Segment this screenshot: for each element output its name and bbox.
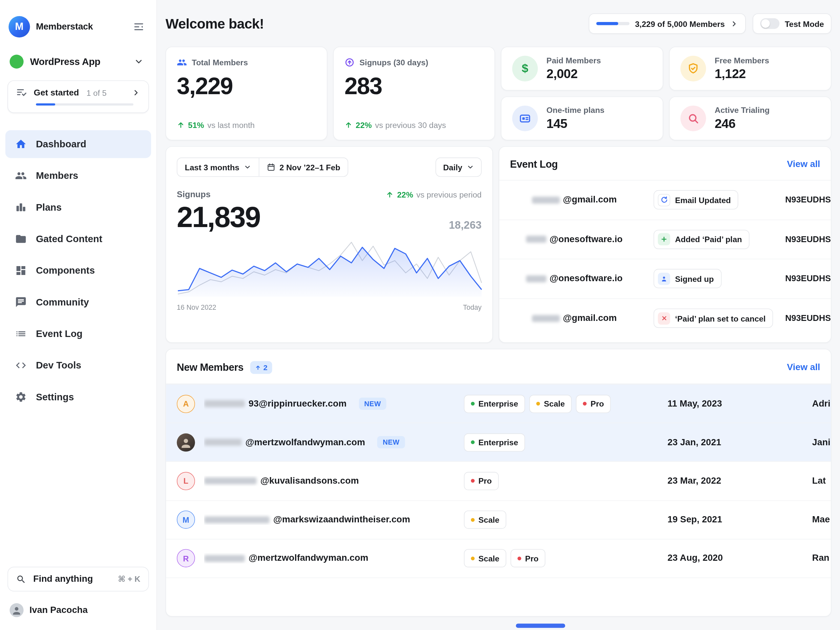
- new-members-count: 2: [263, 363, 267, 372]
- member-date: 19 Sep, 2021: [668, 514, 812, 525]
- sidebar-item-event-log[interactable]: Event Log: [5, 320, 151, 348]
- event-member-id: N93EUDHS: [785, 195, 831, 205]
- event-log-row[interactable]: @onesoftware.io Added ‘Paid’ plan N93EUD…: [499, 220, 831, 259]
- user-name: Ivan Pacocha: [30, 605, 88, 616]
- paid-members-card[interactable]: $ Paid Members 2,002: [501, 47, 663, 90]
- stat-label: Free Members: [715, 56, 769, 65]
- stat-label: Signups (30 days): [360, 58, 428, 67]
- event-badge: Email Updated: [654, 190, 738, 210]
- member-date: 11 May, 2023: [668, 398, 812, 409]
- range-preset-button[interactable]: Last 3 months: [177, 158, 259, 177]
- home-icon: [15, 138, 27, 150]
- event-log-view-all-link[interactable]: View all: [787, 159, 820, 170]
- member-row[interactable]: R @mertzwolfandwyman.com Scale Pro 23 Au…: [166, 539, 831, 578]
- member-date: 23 Jan, 2021: [668, 437, 812, 448]
- member-row[interactable]: M @markswizaandwintheiser.com Scale 19 S…: [166, 500, 831, 539]
- member-email: @mertzwolfandwyman.com: [249, 553, 368, 564]
- get-started-progress-fill: [36, 103, 55, 106]
- event-log-row[interactable]: @onesoftware.io Signed up N93EUDHS: [499, 259, 831, 298]
- search-icon: [16, 574, 26, 584]
- stat-value: 283: [344, 73, 484, 100]
- plan-tag: Enterprise: [464, 433, 525, 452]
- date-range-label: 2 Nov ’22–1 Feb: [279, 163, 340, 172]
- member-plans: Scale Pro: [464, 549, 668, 568]
- event-email: @gmail.com: [563, 313, 617, 324]
- member-row[interactable]: @mertzwolfandwyman.com NEW Enterprise 23…: [166, 423, 831, 461]
- range-preset-label: Last 3 months: [185, 163, 239, 172]
- x-icon: [658, 312, 670, 325]
- member-date: 23 Aug, 2020: [668, 553, 812, 564]
- sidebar-item-community[interactable]: Community: [5, 288, 151, 316]
- quota-label: 3,229 of 5,000 Members: [635, 19, 725, 28]
- redacted-email-prefix: [532, 197, 560, 204]
- signups-chart: [177, 237, 482, 299]
- member-plans: Enterprise Scale Pro: [464, 395, 668, 413]
- brand-row: M Memberstack: [0, 0, 156, 45]
- redacted-email-prefix: [204, 516, 269, 523]
- global-search-button[interactable]: Find anything ⌘ + K: [8, 567, 149, 591]
- stat-delta: 22%: [356, 120, 372, 129]
- one-time-plans-card[interactable]: One-time plans 145: [501, 96, 663, 141]
- granularity-label: Daily: [443, 163, 462, 172]
- sidebar-item-label: Settings: [36, 392, 74, 403]
- redacted-email-prefix: [204, 400, 245, 407]
- sidebar-item-label: Components: [36, 265, 95, 276]
- sidebar-item-plans[interactable]: Plans: [5, 193, 151, 221]
- redacted-email-prefix: [526, 236, 546, 243]
- get-started-card[interactable]: Get started 1 of 5: [8, 81, 149, 113]
- metric-label: Signups: [177, 189, 211, 199]
- signups-30-card[interactable]: Signups (30 days) 283 22% vs previous 30…: [333, 47, 495, 141]
- event-log-row[interactable]: @gmail.com ‘Paid’ plan set to cancel N93…: [499, 298, 831, 338]
- custom-date-range-button[interactable]: 2 Nov ’22–1 Feb: [259, 158, 348, 177]
- sidebar-item-dashboard[interactable]: Dashboard: [5, 130, 151, 158]
- event-member-id: N93EUDHS: [785, 235, 831, 244]
- tasks-icon: [16, 87, 27, 98]
- granularity-button[interactable]: Daily: [436, 158, 482, 177]
- quota-progress-fill: [597, 22, 618, 25]
- stat-value: 145: [546, 116, 605, 131]
- free-members-card[interactable]: Free Members 1,122: [669, 47, 832, 90]
- signups-chart-card: Last 3 months 2 Nov ’22–1 Feb Daily: [165, 146, 493, 343]
- new-members-view-all-link[interactable]: View all: [787, 362, 820, 373]
- sidebar-item-settings[interactable]: Settings: [5, 383, 151, 411]
- stat-value: 246: [715, 116, 769, 131]
- chevron-right-icon: [130, 87, 142, 98]
- member-row[interactable]: A 93@rippinruecker.com NEW Enterprise Sc…: [166, 384, 831, 423]
- sidebar-item-dev-tools[interactable]: Dev Tools: [5, 351, 151, 379]
- code-icon: [15, 360, 27, 371]
- page-title: Welcome back!: [165, 16, 264, 32]
- chat-icon: [15, 296, 27, 308]
- active-trialing-card[interactable]: Active Trialing 246: [669, 96, 832, 141]
- plan-dot-icon: [471, 556, 474, 560]
- sidebar-item-components[interactable]: Components: [5, 257, 151, 284]
- event-log-row[interactable]: @gmail.com Email Updated N93EUDHS: [499, 180, 831, 220]
- member-email: @kuvalisandsons.com: [260, 476, 358, 486]
- redacted-email-prefix: [204, 555, 245, 562]
- user-menu[interactable]: Ivan Pacocha: [0, 598, 156, 630]
- test-mode-label: Test Mode: [785, 19, 824, 28]
- sidebar-collapse-button[interactable]: [131, 19, 147, 35]
- get-started-progress-track: [36, 103, 133, 106]
- redacted-email-prefix: [526, 275, 546, 282]
- event-member-id: N93EUDHS: [785, 314, 831, 323]
- search-shortcut: ⌘ + K: [118, 574, 140, 584]
- mini-stats-grid: $ Paid Members 2,002 Free Members 1,122: [501, 47, 832, 141]
- up-arrow-icon: [344, 121, 352, 129]
- test-mode-toggle[interactable]: [760, 18, 780, 29]
- workspace-switcher[interactable]: WordPress App: [0, 45, 156, 75]
- horizontal-scrollbar-thumb[interactable]: [516, 624, 565, 628]
- redacted-email-prefix: [204, 439, 242, 446]
- member-plans: Scale: [464, 510, 668, 529]
- stat-delta-note: vs previous 30 days: [375, 120, 446, 129]
- member-email: @markswizaandwintheiser.com: [273, 514, 410, 525]
- member-row[interactable]: L @kuvalisandsons.com Pro 23 Mar, 2022 L…: [166, 461, 831, 500]
- members-quota-button[interactable]: 3,229 of 5,000 Members: [589, 13, 746, 34]
- plan-dot-icon: [583, 402, 587, 406]
- sidebar-item-gated-content[interactable]: Gated Content: [5, 225, 151, 253]
- plan-tag: Pro: [510, 549, 545, 568]
- gear-icon: [15, 391, 27, 403]
- sidebar-item-members[interactable]: Members: [5, 162, 151, 189]
- total-members-card[interactable]: Total Members 3,229 51% vs last month: [165, 47, 327, 141]
- member-row[interactable]: [166, 578, 831, 616]
- event-email: @onesoftware.io: [549, 234, 623, 245]
